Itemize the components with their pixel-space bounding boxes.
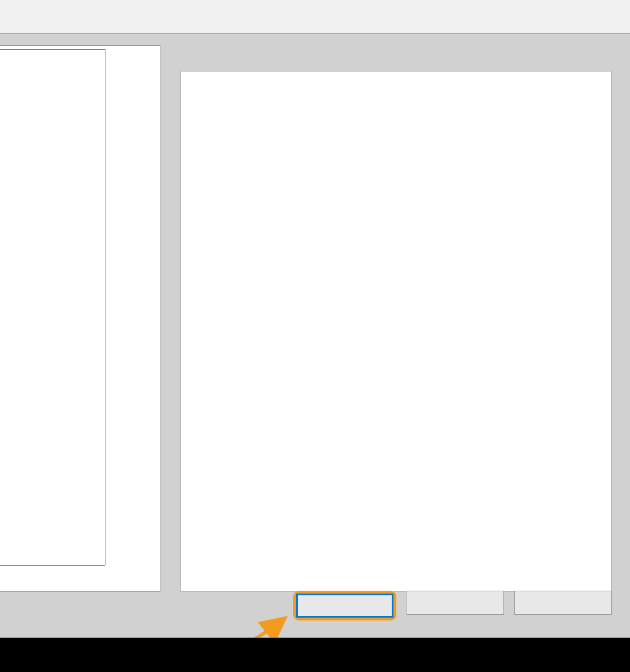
ok-button[interactable]: [296, 594, 393, 618]
time-axis: [0, 565, 105, 588]
color-settings-panel: [180, 71, 612, 592]
page-footer-strip: [0, 638, 630, 672]
help-button[interactable]: [514, 591, 612, 615]
dialog-footer: [180, 591, 612, 620]
price-axis: [105, 49, 156, 565]
dialog-body: [0, 33, 630, 672]
chart-preview: [0, 45, 160, 592]
window-titlebar: [0, 0, 630, 33]
bid-line: [0, 49, 105, 50]
ok-button-highlight: [293, 591, 396, 620]
cancel-button[interactable]: [407, 591, 504, 615]
